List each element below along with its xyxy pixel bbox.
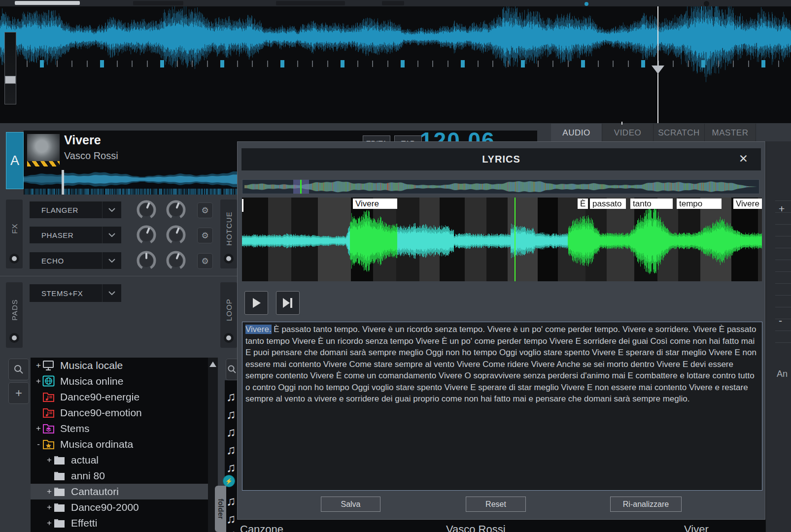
expander-icon[interactable]: + [45,502,53,512]
expander-icon[interactable]: + [45,455,53,465]
word-marker[interactable]: tanto [630,199,673,209]
fx-indicator[interactable] [9,254,19,264]
pads-indicator[interactable] [9,333,19,343]
music-note-icon: ♫ [226,442,236,458]
play-button[interactable] [244,291,268,315]
loop-strip[interactable]: LOOP [220,282,237,348]
zoom-slider[interactable] [4,32,16,104]
tree-item-actual[interactable]: +actual [31,452,208,468]
fx-settings-button[interactable]: ⚙ [197,228,213,243]
fx-settings-button[interactable]: ⚙ [197,202,213,218]
song-overview-waveform[interactable] [242,180,759,194]
folder-side-tab[interactable]: folder [215,486,226,532]
save-button[interactable]: Salva [321,497,380,512]
expander-icon[interactable]: + [34,376,42,386]
top-toolbar-slot[interactable] [382,1,404,5]
pads-strip[interactable]: PADS [6,282,23,348]
tree-item-stems[interactable]: +Stems [31,421,208,436]
fx-name: FLANGER [30,206,102,214]
fx-select-phaser[interactable]: PHASER [30,227,121,243]
expander-icon[interactable]: + [45,518,53,528]
fx-strip[interactable]: FX [6,200,23,268]
top-toolbar-slider[interactable] [15,1,80,5]
deck-a-badge[interactable]: A [6,132,24,189]
track-artist: Vasco Rossi [64,150,118,162]
gear-icon: ⚙ [201,231,208,241]
zoom-in-button[interactable]: + [779,203,785,215]
fx-settings-button[interactable]: ⚙ [197,253,213,269]
tree-item-label: Cantautori [71,486,119,498]
expander-icon[interactable]: + [45,487,53,497]
fx-knob-1[interactable] [136,199,157,221]
word-marker[interactable]: Vivere [353,199,397,209]
tree-item-dance90-emotion[interactable]: Dance90-emotion [31,405,208,421]
top-toolbar-knob[interactable] [704,1,709,6]
tree-item-dance90-energie[interactable]: Dance90-energie [31,389,208,405]
tree-item-musica-ordinata[interactable]: -Musica ordinata [31,436,208,452]
rhythm-waveform[interactable] [0,6,791,123]
tree-item-effetti[interactable]: +Effetti [31,515,208,531]
fx-knob-1[interactable] [136,224,157,246]
tree-item-musica-online[interactable]: +Musica online [31,373,208,389]
word-marker[interactable]: Vivere [733,199,762,209]
tree-item-label: Dance90-energie [60,391,139,403]
pads-mode-dropdown[interactable]: STEMS+FX [30,284,121,302]
fx-slot-row: PHASER ⚙ [30,227,237,243]
search-button-2[interactable] [226,359,237,380]
tab-audio[interactable]: AUDIO [551,124,602,142]
fx-knob-2[interactable] [165,224,187,246]
lyrics-timeline[interactable]: VivereÈpassatotantotempoVivere [242,198,762,281]
music-note-icon: ♫ [226,494,236,509]
scroll-up-icon[interactable] [209,362,216,367]
top-toolbar-slot[interactable] [276,1,345,5]
expander-icon[interactable]: - [34,439,42,449]
song-overview-strip[interactable] [242,179,759,194]
tracklist-row-behind[interactable]: Canzone Vasco Rossi Viver [237,520,791,532]
folder-icon [53,454,67,466]
dialog-titlebar[interactable]: LYRICS ✕ [241,148,761,170]
word-marker[interactable]: passato [590,199,626,209]
add-folder-button[interactable]: + [8,382,29,404]
playhead-marker[interactable] [652,66,664,74]
album-art[interactable] [27,134,60,166]
tree-item-musica-locale[interactable]: +Musica locale [31,358,208,373]
folder-side-tab-label: folder [216,499,225,519]
tree-item-anni-80[interactable]: anni 80 [31,468,208,484]
tab-master[interactable]: MASTER [705,124,756,142]
reset-button[interactable]: Reset [466,497,526,512]
tree-item-dance90-2000[interactable]: +Dance90-2000 [31,499,208,515]
lyrics-textarea[interactable]: Vivere. È passato tanto tempo. Vivere è … [242,322,762,491]
globe-icon [42,375,56,387]
close-icon[interactable]: ✕ [739,153,748,165]
top-toolbar-slot[interactable] [133,1,183,5]
track-cell-artist: Vasco Rossi [446,523,506,532]
reanalyze-button[interactable]: Ri-analizzare [610,497,682,512]
zoom-out-button[interactable]: - [779,315,782,327]
tab-scratch[interactable]: SCRATCH [653,124,705,142]
fx-knob-1[interactable] [136,250,157,271]
search-button[interactable] [8,359,29,380]
music-note-icon: ♫ [226,389,236,404]
fx-select-flanger[interactable]: FLANGER [30,201,121,218]
tab-video[interactable]: VIDEO [602,124,653,142]
word-marker[interactable]: È [578,199,588,209]
loop-indicator[interactable] [224,333,234,343]
folder-icon [53,517,67,529]
skip-next-button[interactable] [276,291,300,315]
expander-icon[interactable]: + [34,424,42,433]
loop-strip-label: LOOP [225,299,233,321]
hotcue-indicator[interactable] [224,254,234,264]
tree-item-cantautori[interactable]: +Cantautori [31,484,208,499]
tree-item-label: Dance90-2000 [71,501,139,513]
play-icon [251,298,261,308]
fx-knob-2[interactable] [165,199,187,221]
zoom-slider-handle[interactable] [5,76,16,84]
fx-knob-2[interactable] [165,250,187,271]
hotcue-strip[interactable]: HOTCUE [220,200,237,268]
virtualdj-window: A Vivere Vasco Rossi EDITA TAP 120.06 AU… [0,0,791,532]
lyrics-timeline-waveform[interactable] [242,198,762,281]
fx-select-echo[interactable]: ECHO [30,252,121,269]
word-marker[interactable]: tempo [677,199,722,209]
expander-icon[interactable]: + [34,361,42,370]
chevron-down-icon [102,252,121,269]
